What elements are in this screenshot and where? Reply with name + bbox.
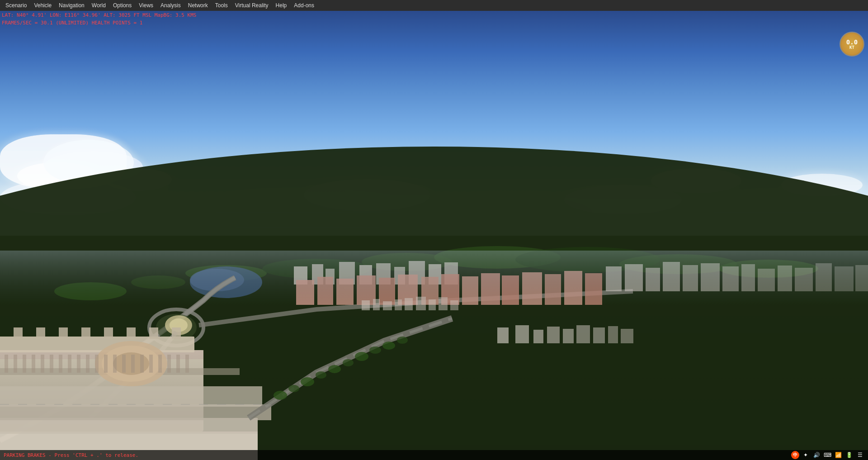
menu-item-vr[interactable]: Virtual Reality [231,1,272,9]
menu-item-world[interactable]: World [88,1,109,9]
speed-display: 0.0 [846,39,858,45]
taskbar-icon-sound[interactable]: 🔊 [812,451,821,460]
taskbar-icon-star[interactable]: ✦ [801,451,810,460]
taskbar-icon-keyboard[interactable]: ⌨ [823,451,832,460]
taskbar-icon-network[interactable]: 📶 [834,451,843,460]
menu-item-network[interactable]: Network [184,1,212,9]
ground [0,236,868,460]
menu-item-navigation[interactable]: Navigation [55,1,88,9]
taskbar-badge-chinese[interactable]: 中 [791,451,799,459]
taskbar-icons: 中 ✦ 🔊 ⌨ 📶 🔋 ☰ [791,451,864,460]
status-message: PARKING BRAKES - Press 'CTRL + .' to rel… [4,452,138,458]
hud-coords: LAT: N40° 4.91' LON: E116° 34.96' ALT: 3… [2,12,196,19]
menu-item-vehicle[interactable]: Vehicle [30,1,55,9]
menu-item-analysis[interactable]: Analysis [157,1,184,9]
menu-item-tools[interactable]: Tools [212,1,231,9]
hud-frames: FRAMES/SEC = 30.1 (UNLIMITED) HEALTH POI… [2,19,196,27]
taskbar-icon-list[interactable]: ☰ [855,451,864,460]
compass-widget: 0.0 KT [840,32,864,57]
menu-item-views[interactable]: Views [135,1,157,9]
menu-item-options[interactable]: Options [109,1,135,9]
menu-item-help[interactable]: Help [272,1,291,9]
speed-unit: KT [849,45,854,50]
menu-item-addons[interactable]: Add-ons [290,1,318,9]
hud: LAT: N40° 4.91' LON: E116° 34.96' ALT: 3… [2,12,196,27]
taskbar-icon-battery[interactable]: 🔋 [844,451,854,460]
statusbar: PARKING BRAKES - Press 'CTRL + .' to rel… [0,450,868,460]
menubar: ScenarioVehicleNavigationWorldOptionsVie… [0,0,868,11]
viewport [0,11,868,460]
menu-item-scenario[interactable]: Scenario [2,1,30,9]
